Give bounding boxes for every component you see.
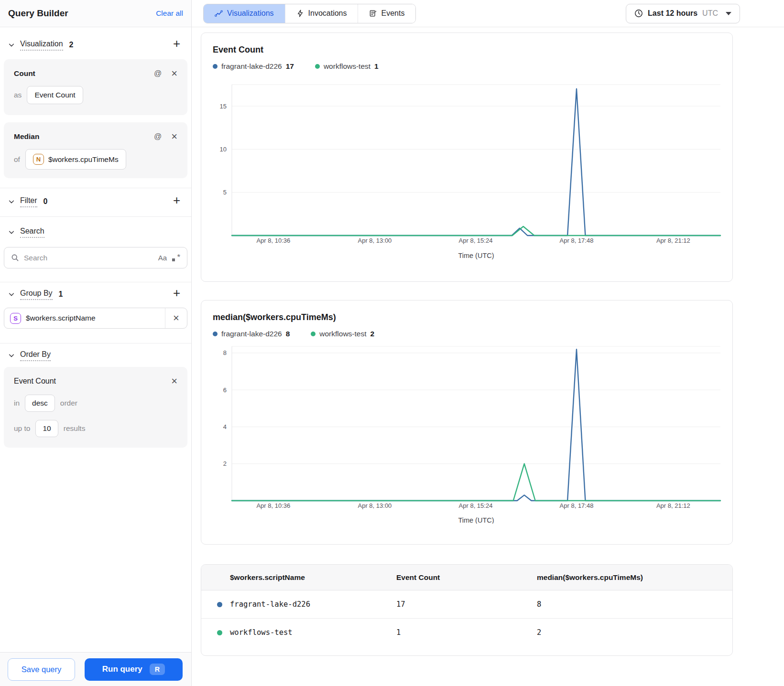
search-section-header[interactable]: Search: [0, 225, 191, 240]
view-tabs: Visualizations Invocations Events: [203, 4, 416, 23]
svg-text:Time (UTC): Time (UTC): [458, 516, 494, 524]
median-cputime-chart: 2468Apr 8, 10:36Apr 8, 13:00Apr 8, 15:24…: [213, 340, 721, 524]
search-box: [4, 247, 187, 268]
string-type-icon: S: [10, 313, 21, 324]
at-sign-icon[interactable]: [154, 69, 162, 78]
legend-series-name: fragrant-lake-d226: [221, 330, 282, 338]
group-by-field[interactable]: S $workers.scriptName: [4, 308, 187, 329]
add-visualization-button[interactable]: [170, 38, 183, 52]
legend-dot: [213, 332, 218, 336]
divider: [0, 216, 191, 217]
svg-text:Apr 8, 13:00: Apr 8, 13:00: [358, 237, 392, 244]
series-dot: [217, 630, 222, 635]
page-title: Query Builder: [8, 8, 68, 19]
chart-legend: fragrant-lake-d22617workflows-test1: [213, 62, 721, 71]
order-by-field: Event Count: [14, 377, 56, 386]
legend-series-name: workflows-test: [319, 330, 366, 338]
tab-visualizations[interactable]: Visualizations: [204, 4, 285, 23]
close-icon[interactable]: [171, 131, 177, 142]
table-value: 1: [396, 628, 401, 637]
divider: [0, 282, 191, 282]
at-sign-icon[interactable]: [154, 132, 162, 141]
script-name: workflows-test: [230, 628, 293, 637]
legend-item: workflows-test1: [315, 62, 379, 71]
group-by-section-header[interactable]: Group By 1: [0, 287, 191, 302]
close-icon[interactable]: [171, 68, 177, 79]
in-label: in: [14, 399, 20, 407]
group-by-section-label: Group By: [20, 289, 53, 300]
svg-text:Apr 8, 10:36: Apr 8, 10:36: [256, 502, 290, 509]
table-header: $workers.scriptNameEvent Countmedian($wo…: [201, 565, 732, 590]
svg-text:Apr 8, 10:36: Apr 8, 10:36: [256, 237, 290, 244]
svg-text:Apr 8, 21:12: Apr 8, 21:12: [656, 237, 690, 244]
search-input[interactable]: [24, 254, 153, 262]
chevron-down-icon: [8, 352, 15, 359]
clock-icon: [634, 9, 643, 18]
legend-series-value: 17: [286, 62, 294, 71]
order-by-section-header[interactable]: Order By: [0, 348, 191, 363]
legend-series-value: 8: [286, 330, 290, 338]
add-group-by-button[interactable]: [170, 288, 183, 301]
visualization-alias-field[interactable]: Event Count: [27, 86, 83, 104]
lightning-icon: [296, 10, 304, 17]
divider: [0, 188, 191, 188]
time-range-selector[interactable]: Last 12 hours UTC: [626, 4, 740, 23]
chevron-down-icon: [8, 42, 15, 48]
clear-all-button[interactable]: Clear all: [156, 9, 183, 18]
filter-section-label: Filter: [20, 196, 37, 207]
tab-events[interactable]: Events: [358, 4, 415, 23]
table-row: fragrant-lake-d226178: [201, 590, 732, 619]
sidebar-header: Query Builder Clear all: [0, 0, 191, 27]
save-query-button[interactable]: Save query: [8, 658, 75, 681]
up-to-label: up to: [14, 424, 30, 433]
sidebar-footer: Save query Run query R: [0, 652, 191, 686]
event-count-chart-card: Event Count fragrant-lake-d22617workflow…: [201, 32, 733, 282]
table-value: 2: [537, 628, 541, 637]
legend-dot: [311, 332, 316, 336]
filter-section-header[interactable]: Filter 0: [0, 194, 191, 209]
series-dot: [217, 602, 222, 607]
aggregation-name: Median: [14, 132, 39, 141]
add-filter-button[interactable]: [170, 195, 183, 208]
visualization-section-header[interactable]: Visualization 2: [0, 37, 191, 53]
svg-text:8: 8: [223, 349, 227, 356]
caret-down-icon: [726, 12, 731, 15]
legend-series-name: fragrant-lake-d226: [221, 62, 282, 71]
order-by-section-label: Order By: [20, 350, 51, 361]
legend-series-name: workflows-test: [324, 62, 370, 71]
line-chart-icon: [215, 10, 223, 18]
legend-series-value: 2: [370, 330, 374, 338]
svg-text:Apr 8, 13:00: Apr 8, 13:00: [358, 502, 392, 509]
legend-dot: [315, 64, 320, 69]
group-by-count: 1: [59, 290, 63, 299]
order-by-card: Event Count in desc order up to 10 resul…: [4, 367, 187, 448]
script-name: fragrant-lake-d226: [230, 600, 310, 609]
tab-invocations[interactable]: Invocations: [285, 4, 359, 23]
regex-icon[interactable]: [172, 254, 180, 262]
table-column-header: Event Count: [396, 565, 537, 590]
svg-text:15: 15: [220, 103, 227, 110]
table-row: workflows-test12: [201, 619, 732, 647]
visualization-section-label: Visualization: [20, 40, 63, 51]
sort-direction-selector[interactable]: desc: [25, 395, 55, 412]
legend-item: fragrant-lake-d22617: [213, 62, 294, 71]
run-query-button[interactable]: Run query R: [85, 658, 183, 681]
median-field-selector[interactable]: N $workers.cpuTimeMs: [25, 149, 126, 170]
svg-text:Apr 8, 15:24: Apr 8, 15:24: [459, 502, 493, 509]
chart-legend: fragrant-lake-d2268workflows-test2: [213, 330, 721, 338]
svg-text:Apr 8, 15:24: Apr 8, 15:24: [459, 237, 493, 244]
visualization-card-median: Median of N $workers.cpuTimeMs: [4, 122, 187, 178]
aggregation-name: Count: [14, 69, 35, 78]
form-icon: [369, 10, 377, 17]
remove-group-by-icon[interactable]: [165, 308, 187, 328]
svg-text:4: 4: [223, 423, 227, 430]
result-limit-field[interactable]: 10: [35, 420, 58, 437]
main-topbar: Visualizations Invocations Events Last 1…: [192, 0, 784, 27]
close-icon[interactable]: [171, 376, 177, 386]
match-case-icon[interactable]: [158, 254, 167, 262]
event-count-chart: 51015Apr 8, 10:36Apr 8, 13:00Apr 8, 15:2…: [213, 73, 721, 261]
svg-text:10: 10: [220, 146, 227, 153]
visualization-count: 2: [69, 41, 74, 49]
table-column-header: $workers.scriptName: [201, 565, 396, 590]
legend-item: fragrant-lake-d2268: [213, 330, 290, 338]
